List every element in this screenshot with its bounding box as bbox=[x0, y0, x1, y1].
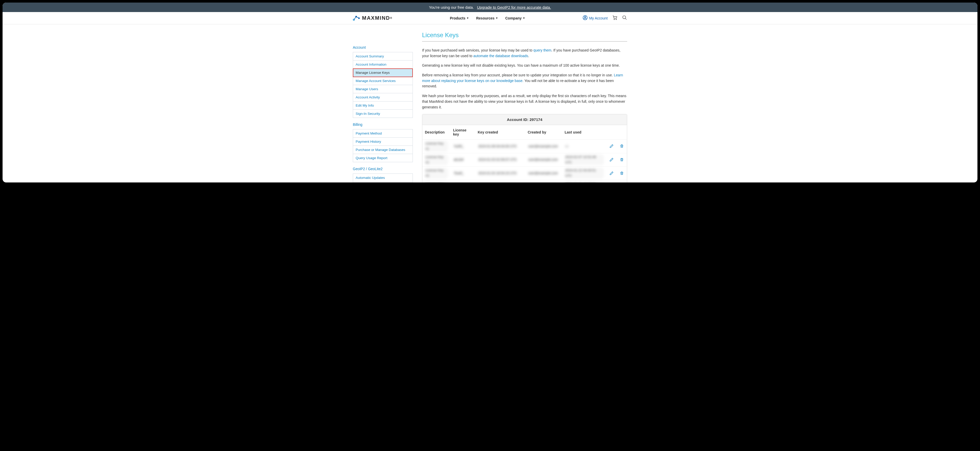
brand-logo-icon bbox=[353, 15, 360, 21]
th-last-used: Last used bbox=[562, 125, 606, 140]
pencil-icon bbox=[609, 171, 614, 175]
banner-text: You're using our free data. bbox=[429, 5, 474, 10]
cell-key-created: 2024-01-08 04:04:00 UTC bbox=[475, 140, 525, 153]
banner-upgrade-link[interactable]: Upgrade to GeoIP2 for more accurate data… bbox=[477, 5, 551, 10]
table-row: License Key #37ba4f_2024-01-03 18:54:15 … bbox=[422, 167, 627, 180]
th-created-by: Created by bbox=[525, 125, 562, 140]
intro-paragraph-3: Before removing a license key from your … bbox=[422, 73, 627, 89]
cart-icon[interactable] bbox=[612, 15, 617, 21]
sidebar-item[interactable]: Account Summary bbox=[353, 52, 412, 60]
svg-line-4 bbox=[356, 17, 359, 18]
cell-description: License Key #1 bbox=[422, 140, 450, 153]
promo-banner: You're using our free data. Upgrade to G… bbox=[3, 3, 977, 12]
cell-description: License Key #4 bbox=[422, 180, 450, 183]
sidebar-account-title: Account bbox=[353, 44, 413, 51]
sidebar-item[interactable]: Manage Account Services bbox=[353, 77, 412, 85]
sidebar-item[interactable]: Sign-In Security bbox=[353, 110, 412, 118]
page-title: License Keys bbox=[422, 32, 627, 41]
sidebar-geoip-title: GeoIP2 / GeoLite2 bbox=[353, 166, 413, 172]
search-icon[interactable] bbox=[622, 15, 627, 21]
sidebar-item[interactable]: Manage License Keys bbox=[353, 69, 412, 77]
svg-point-8 bbox=[616, 19, 617, 20]
trash-icon bbox=[620, 171, 624, 175]
sidebar-item[interactable]: Manage Users bbox=[353, 85, 412, 93]
nav-products[interactable]: Products ▼ bbox=[450, 16, 469, 20]
delete-key-button[interactable] bbox=[619, 143, 624, 149]
sidebar-item[interactable]: Purchase or Manage Databases bbox=[353, 146, 412, 154]
chevron-down-icon: ▼ bbox=[466, 17, 469, 19]
edit-key-button[interactable] bbox=[609, 143, 614, 149]
table-row: License Key #4a9c3d_2024-01-03 08:33:18 … bbox=[422, 180, 627, 183]
my-account-link[interactable]: My Account bbox=[582, 15, 608, 21]
automate-downloads-link[interactable]: automate the database downloads bbox=[473, 54, 528, 58]
nav-company[interactable]: Company ▼ bbox=[505, 16, 525, 20]
svg-point-7 bbox=[614, 19, 615, 20]
chevron-down-icon: ▼ bbox=[523, 17, 525, 19]
brand-logo[interactable]: MAXMIND® bbox=[353, 15, 393, 21]
sidebar-billing-list: Payment MethodPayment HistoryPurchase or… bbox=[353, 129, 413, 162]
cell-license-key: abcdef bbox=[450, 153, 475, 167]
user-circle-icon bbox=[582, 15, 588, 21]
sidebar-item[interactable]: Payment History bbox=[353, 138, 412, 146]
top-navigation: MAXMIND® Products ▼ Resources ▼ Company … bbox=[3, 12, 977, 24]
sidebar-item[interactable]: Account Information bbox=[353, 60, 412, 69]
cell-key-created: 2024-01-03 08:33:18 UTC bbox=[475, 180, 525, 183]
intro-paragraph-2: Generating a new license key will not di… bbox=[422, 63, 627, 68]
intro-paragraph-1: If you have purchased web services, your… bbox=[422, 48, 627, 59]
svg-line-10 bbox=[625, 19, 627, 20]
cell-created-by: user@example.com bbox=[525, 167, 562, 180]
edit-key-button[interactable] bbox=[609, 157, 614, 162]
cell-last-used: 2024-02-07 16:07:01 UTC bbox=[562, 180, 606, 183]
cell-created-by: user@example.com bbox=[525, 153, 562, 167]
delete-key-button[interactable] bbox=[619, 157, 624, 162]
main-content: License Keys If you have purchased web s… bbox=[422, 32, 627, 183]
cell-license-key: 7a3f0_ bbox=[450, 140, 475, 153]
chevron-down-icon: ▼ bbox=[496, 17, 498, 19]
cell-key-created: 2024-01-03 18:54:15 UTC bbox=[475, 167, 525, 180]
brand-name: MAXMIND bbox=[362, 15, 390, 21]
sidebar-billing-title: Billing bbox=[353, 121, 413, 128]
edit-key-button[interactable] bbox=[609, 171, 614, 176]
cell-created-by: user@example.com bbox=[525, 180, 562, 183]
cell-last-used: 2024-01-22 04:00:51 UTC bbox=[562, 167, 606, 180]
table-row: License Key #17a3f0_2024-01-08 04:04:00 … bbox=[422, 140, 627, 153]
account-id-header: Account ID: 297174 bbox=[422, 114, 627, 125]
svg-line-3 bbox=[354, 17, 356, 19]
sidebar-item[interactable]: Payment Method bbox=[353, 129, 412, 138]
cell-license-key: 7ba4f_ bbox=[450, 167, 475, 180]
license-keys-table: Account ID: 297174 Description License k… bbox=[422, 114, 627, 183]
intro-paragraph-4: We hash your license keys for security p… bbox=[422, 93, 627, 110]
cell-created-by: user@example.com bbox=[525, 140, 562, 153]
svg-point-9 bbox=[623, 16, 626, 19]
cell-key-created: 2024-01-03 02:58:07 UTC bbox=[475, 153, 525, 167]
trash-icon bbox=[620, 144, 624, 148]
table-row: License Key #2abcdef2024-01-03 02:58:07 … bbox=[422, 153, 627, 167]
sidebar-item[interactable]: Account Activity bbox=[353, 93, 412, 102]
svg-point-6 bbox=[584, 16, 585, 17]
sidebar-item[interactable]: Edit My Info bbox=[353, 102, 412, 110]
trash-icon bbox=[620, 157, 624, 162]
cell-description: License Key #2 bbox=[422, 153, 450, 167]
th-key-created: Key created bbox=[475, 125, 525, 140]
query-them-link[interactable]: query them bbox=[533, 48, 551, 52]
sidebar: Account Account SummaryAccount Informati… bbox=[353, 32, 413, 183]
cell-description: License Key #3 bbox=[422, 167, 450, 180]
th-license-key: License key bbox=[450, 125, 475, 140]
pencil-icon bbox=[609, 157, 614, 162]
sidebar-item[interactable]: Download Files bbox=[353, 182, 412, 183]
nav-resources[interactable]: Resources ▼ bbox=[476, 16, 498, 20]
th-description: Description bbox=[422, 125, 450, 140]
sidebar-account-list: Account SummaryAccount InformationManage… bbox=[353, 52, 413, 118]
cell-license-key: a9c3d_ bbox=[450, 180, 475, 183]
sidebar-item[interactable]: Query Usage Report bbox=[353, 154, 412, 162]
delete-key-button[interactable] bbox=[619, 171, 624, 176]
sidebar-item[interactable]: Automatic Updates bbox=[353, 174, 412, 182]
pencil-icon bbox=[609, 144, 614, 148]
sidebar-geoip-list: Automatic UpdatesDownload Files bbox=[353, 173, 413, 183]
cell-last-used: 2024-02-07 10:52:48 UTC bbox=[562, 153, 606, 167]
cell-last-used: — bbox=[562, 140, 606, 153]
